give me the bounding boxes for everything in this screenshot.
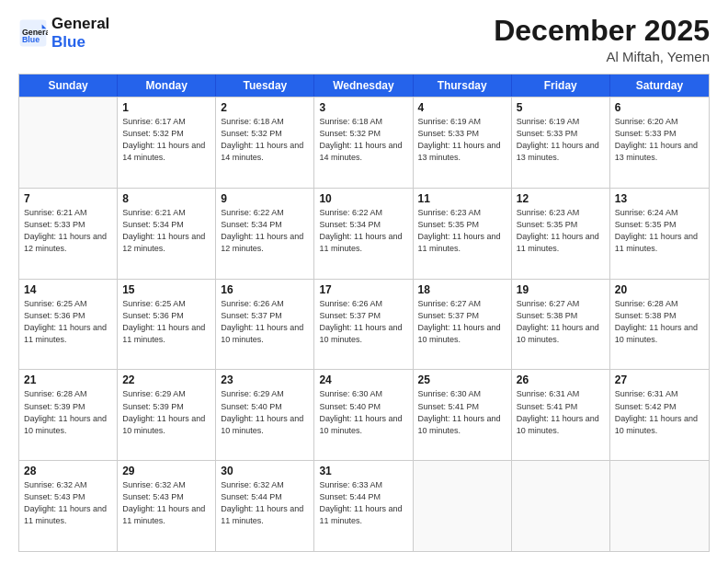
logo: General Blue General Blue xyxy=(18,15,109,51)
day-number: 1 xyxy=(122,101,210,114)
day-number: 11 xyxy=(418,192,506,205)
cell-info: Sunrise: 6:28 AMSunset: 5:38 PMDaylight:… xyxy=(615,298,704,346)
cell-info: Sunrise: 6:19 AMSunset: 5:33 PMDaylight:… xyxy=(517,116,605,164)
cell-info: Sunrise: 6:23 AMSunset: 5:35 PMDaylight:… xyxy=(517,207,605,255)
day-number: 28 xyxy=(24,465,112,477)
table-row: 23Sunrise: 6:29 AMSunset: 5:40 PMDayligh… xyxy=(216,370,314,460)
calendar-row: 21Sunrise: 6:28 AMSunset: 5:39 PMDayligh… xyxy=(19,369,709,460)
table-row: 22Sunrise: 6:29 AMSunset: 5:39 PMDayligh… xyxy=(118,370,216,460)
cell-info: Sunrise: 6:25 AMSunset: 5:36 PMDaylight:… xyxy=(122,298,210,346)
day-header-saturday: Saturday xyxy=(610,75,709,97)
table-row: 29Sunrise: 6:32 AMSunset: 5:43 PMDayligh… xyxy=(118,461,216,551)
cell-info: Sunrise: 6:25 AMSunset: 5:36 PMDaylight:… xyxy=(24,298,112,346)
title-block: December 2025 Al Miftah, Yemen xyxy=(494,15,710,64)
day-number: 19 xyxy=(517,283,605,296)
cell-info: Sunrise: 6:17 AMSunset: 5:32 PMDaylight:… xyxy=(122,116,210,164)
day-number: 5 xyxy=(517,101,605,114)
day-number: 18 xyxy=(418,283,506,296)
day-number: 20 xyxy=(615,283,704,296)
table-row: 11Sunrise: 6:23 AMSunset: 5:35 PMDayligh… xyxy=(414,189,512,279)
table-row: 17Sunrise: 6:26 AMSunset: 5:37 PMDayligh… xyxy=(314,280,413,370)
table-row: 19Sunrise: 6:27 AMSunset: 5:38 PMDayligh… xyxy=(512,280,610,370)
day-number: 8 xyxy=(122,192,210,205)
table-row xyxy=(414,461,512,551)
table-row: 8Sunrise: 6:21 AMSunset: 5:34 PMDaylight… xyxy=(118,189,216,279)
day-number: 27 xyxy=(615,373,704,386)
calendar-row: 14Sunrise: 6:25 AMSunset: 5:36 PMDayligh… xyxy=(19,279,709,370)
cell-info: Sunrise: 6:30 AMSunset: 5:40 PMDaylight:… xyxy=(319,388,407,436)
table-row: 20Sunrise: 6:28 AMSunset: 5:38 PMDayligh… xyxy=(610,280,709,370)
day-number: 3 xyxy=(319,101,407,114)
cell-info: Sunrise: 6:32 AMSunset: 5:44 PMDaylight:… xyxy=(221,479,309,527)
cell-info: Sunrise: 6:29 AMSunset: 5:39 PMDaylight:… xyxy=(122,388,210,436)
table-row: 4Sunrise: 6:19 AMSunset: 5:33 PMDaylight… xyxy=(414,98,512,188)
cell-info: Sunrise: 6:32 AMSunset: 5:43 PMDaylight:… xyxy=(24,479,112,527)
table-row: 18Sunrise: 6:27 AMSunset: 5:37 PMDayligh… xyxy=(414,280,512,370)
cell-info: Sunrise: 6:31 AMSunset: 5:41 PMDaylight:… xyxy=(517,388,605,436)
day-number: 25 xyxy=(418,373,506,386)
svg-text:Blue: Blue xyxy=(22,35,40,44)
cell-info: Sunrise: 6:19 AMSunset: 5:33 PMDaylight:… xyxy=(418,116,506,164)
header: General Blue General Blue December 2025 … xyxy=(18,15,710,64)
table-row: 14Sunrise: 6:25 AMSunset: 5:36 PMDayligh… xyxy=(19,280,118,370)
day-number: 29 xyxy=(122,465,210,477)
day-number: 2 xyxy=(221,101,309,114)
day-number: 10 xyxy=(319,192,407,205)
cell-info: Sunrise: 6:22 AMSunset: 5:34 PMDaylight:… xyxy=(221,207,309,255)
day-number: 26 xyxy=(517,373,605,386)
table-row xyxy=(512,461,610,551)
day-number: 6 xyxy=(615,101,704,114)
table-row: 7Sunrise: 6:21 AMSunset: 5:33 PMDaylight… xyxy=(19,189,118,279)
day-header-friday: Friday xyxy=(512,75,610,97)
calendar: SundayMondayTuesdayWednesdayThursdayFrid… xyxy=(18,74,710,552)
day-number: 4 xyxy=(418,101,506,114)
table-row: 26Sunrise: 6:31 AMSunset: 5:41 PMDayligh… xyxy=(512,370,610,460)
table-row: 25Sunrise: 6:30 AMSunset: 5:41 PMDayligh… xyxy=(414,370,512,460)
day-header-thursday: Thursday xyxy=(414,75,512,97)
cell-info: Sunrise: 6:26 AMSunset: 5:37 PMDaylight:… xyxy=(319,298,407,346)
table-row: 31Sunrise: 6:33 AMSunset: 5:44 PMDayligh… xyxy=(314,461,413,551)
cell-info: Sunrise: 6:30 AMSunset: 5:41 PMDaylight:… xyxy=(418,388,506,436)
day-number: 21 xyxy=(24,373,112,386)
table-row: 5Sunrise: 6:19 AMSunset: 5:33 PMDaylight… xyxy=(512,98,610,188)
calendar-body: 1Sunrise: 6:17 AMSunset: 5:32 PMDaylight… xyxy=(19,97,709,551)
day-number: 7 xyxy=(24,192,112,205)
table-row: 21Sunrise: 6:28 AMSunset: 5:39 PMDayligh… xyxy=(19,370,118,460)
day-header-wednesday: Wednesday xyxy=(314,75,413,97)
cell-info: Sunrise: 6:22 AMSunset: 5:34 PMDaylight:… xyxy=(319,207,407,255)
table-row: 9Sunrise: 6:22 AMSunset: 5:34 PMDaylight… xyxy=(216,189,314,279)
day-number: 16 xyxy=(221,283,309,296)
table-row: 1Sunrise: 6:17 AMSunset: 5:32 PMDaylight… xyxy=(118,98,216,188)
table-row: 30Sunrise: 6:32 AMSunset: 5:44 PMDayligh… xyxy=(216,461,314,551)
logo-icon: General Blue xyxy=(18,18,48,48)
cell-info: Sunrise: 6:23 AMSunset: 5:35 PMDaylight:… xyxy=(418,207,506,255)
cell-info: Sunrise: 6:18 AMSunset: 5:32 PMDaylight:… xyxy=(221,116,309,164)
day-number: 23 xyxy=(221,373,309,386)
cell-info: Sunrise: 6:21 AMSunset: 5:33 PMDaylight:… xyxy=(24,207,112,255)
day-number: 31 xyxy=(319,465,407,477)
calendar-header: SundayMondayTuesdayWednesdayThursdayFrid… xyxy=(19,75,709,97)
day-number: 14 xyxy=(24,283,112,296)
calendar-row: 28Sunrise: 6:32 AMSunset: 5:43 PMDayligh… xyxy=(19,460,709,551)
day-header-sunday: Sunday xyxy=(19,75,118,97)
calendar-row: 1Sunrise: 6:17 AMSunset: 5:32 PMDaylight… xyxy=(19,97,709,188)
day-number: 30 xyxy=(221,465,309,477)
cell-info: Sunrise: 6:27 AMSunset: 5:38 PMDaylight:… xyxy=(517,298,605,346)
table-row: 12Sunrise: 6:23 AMSunset: 5:35 PMDayligh… xyxy=(512,189,610,279)
table-row: 15Sunrise: 6:25 AMSunset: 5:36 PMDayligh… xyxy=(118,280,216,370)
day-number: 17 xyxy=(319,283,407,296)
cell-info: Sunrise: 6:29 AMSunset: 5:40 PMDaylight:… xyxy=(221,388,309,436)
day-number: 9 xyxy=(221,192,309,205)
cell-info: Sunrise: 6:31 AMSunset: 5:42 PMDaylight:… xyxy=(615,388,704,436)
calendar-row: 7Sunrise: 6:21 AMSunset: 5:33 PMDaylight… xyxy=(19,188,709,279)
day-number: 22 xyxy=(122,373,210,386)
page: General Blue General Blue December 2025 … xyxy=(0,0,728,563)
table-row: 13Sunrise: 6:24 AMSunset: 5:35 PMDayligh… xyxy=(610,189,709,279)
table-row: 28Sunrise: 6:32 AMSunset: 5:43 PMDayligh… xyxy=(19,461,118,551)
table-row xyxy=(19,98,118,188)
day-number: 13 xyxy=(615,192,704,205)
cell-info: Sunrise: 6:18 AMSunset: 5:32 PMDaylight:… xyxy=(319,116,407,164)
cell-info: Sunrise: 6:27 AMSunset: 5:37 PMDaylight:… xyxy=(418,298,506,346)
table-row: 2Sunrise: 6:18 AMSunset: 5:32 PMDaylight… xyxy=(216,98,314,188)
cell-info: Sunrise: 6:21 AMSunset: 5:34 PMDaylight:… xyxy=(122,207,210,255)
